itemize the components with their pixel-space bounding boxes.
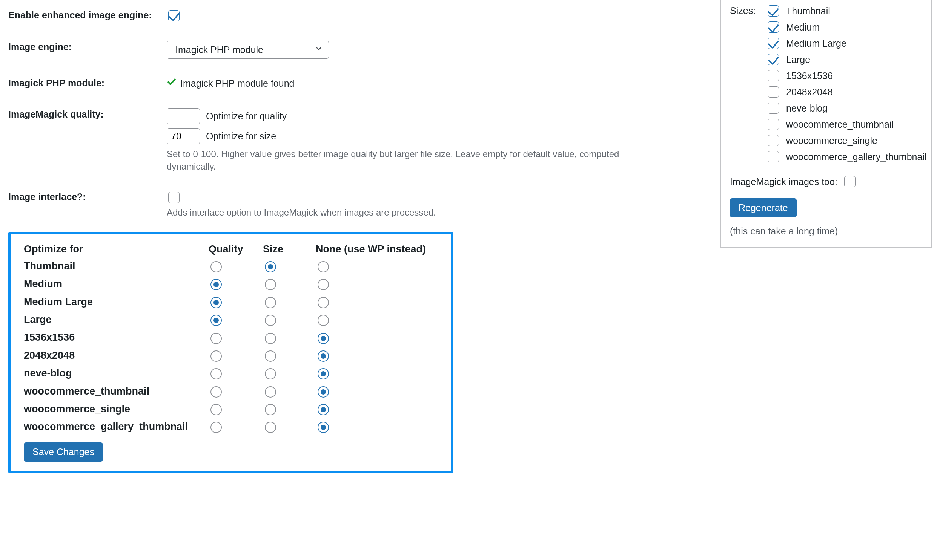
optimize-row: woocommerce_single: [24, 400, 426, 418]
optimize-row-label: Medium Large: [24, 293, 208, 311]
optimize-radio-size[interactable]: [265, 297, 276, 308]
optimize-radio-none[interactable]: [318, 404, 329, 415]
module-status-label: Imagick PHP module:: [8, 68, 167, 99]
sizes-label: Sizes:: [730, 4, 756, 16]
optimize-row-label: neve-blog: [24, 365, 208, 382]
optimize-for-panel: Optimize for Quality Size None (use WP i…: [8, 232, 454, 474]
optimize-radio-size[interactable]: [265, 386, 276, 398]
optimize-row: Thumbnail: [24, 257, 426, 275]
optimize-header-quality: Quality: [208, 241, 263, 257]
optimize-radio-quality[interactable]: [210, 261, 222, 272]
size-item-checkbox[interactable]: [768, 103, 779, 114]
optimize-radio-none[interactable]: [318, 386, 329, 398]
size-item-checkbox[interactable]: [768, 151, 779, 162]
interlace-checkbox[interactable]: [168, 192, 179, 203]
optimize-radio-none[interactable]: [318, 279, 329, 290]
optimize-header-none: None (use WP instead): [316, 241, 426, 257]
enable-engine-checkbox[interactable]: [168, 10, 179, 22]
size-item: 2048x2048: [766, 85, 926, 99]
size-item-label: neve-blog: [786, 103, 827, 114]
imagemagick-too-checkbox[interactable]: [844, 176, 855, 187]
save-changes-button[interactable]: Save Changes: [24, 442, 103, 462]
optimize-radio-size[interactable]: [265, 279, 276, 290]
size-item: 1536x1536: [766, 69, 926, 83]
optimize-radio-none[interactable]: [318, 422, 329, 433]
optimize-radio-quality[interactable]: [210, 297, 222, 308]
regenerate-sidebar: Sizes: ThumbnailMediumMedium LargeLarge1…: [721, 0, 932, 248]
optimize-header-opt: Optimize for: [24, 241, 208, 257]
size-item-label: Large: [786, 54, 810, 65]
interlace-help-text: Adds interlace option to ImageMagick whe…: [167, 206, 634, 218]
size-item-label: Medium: [786, 22, 820, 33]
optimize-row-label: woocommerce_single: [24, 400, 208, 418]
size-item: Medium: [766, 20, 926, 34]
size-item-label: woocommerce_thumbnail: [786, 119, 894, 130]
imagemagick-too-label: ImageMagick images too:: [730, 176, 837, 187]
optimize-row: Large: [24, 311, 426, 329]
optimize-row-label: woocommerce_thumbnail: [24, 382, 208, 400]
size-item-label: Thumbnail: [786, 6, 830, 17]
enable-engine-label: Enable enhanced image engine:: [8, 0, 167, 32]
image-engine-select[interactable]: Imagick PHP module: [167, 41, 329, 59]
optimize-row-label: Large: [24, 311, 208, 329]
size-item-label: woocommerce_gallery_thumbnail: [786, 151, 926, 162]
module-status-text: Imagick PHP module found: [180, 77, 294, 90]
size-item-checkbox[interactable]: [768, 38, 779, 49]
size-item-checkbox[interactable]: [768, 70, 779, 82]
quality-help-text: Set to 0-100. Higher value gives better …: [167, 148, 634, 172]
optimize-row: Medium Large: [24, 293, 426, 311]
optimize-radio-quality[interactable]: [210, 422, 222, 433]
quality-label: ImageMagick quality:: [8, 99, 167, 182]
regenerate-button[interactable]: Regenerate: [730, 198, 796, 217]
quality-optimize-quality-input[interactable]: [167, 108, 200, 125]
optimize-radio-size[interactable]: [265, 351, 276, 362]
optimize-row: 2048x2048: [24, 347, 426, 365]
size-item-label: 2048x2048: [786, 87, 833, 98]
quality-optimize-size-input[interactable]: [167, 128, 200, 144]
size-item-checkbox[interactable]: [768, 54, 779, 65]
size-item-checkbox[interactable]: [768, 135, 779, 146]
size-item: neve-blog: [766, 102, 926, 115]
quality-optimize-size-label: Optimize for size: [206, 130, 276, 143]
optimize-header-size: Size: [263, 241, 316, 257]
optimize-row-label: 2048x2048: [24, 347, 208, 365]
size-item-checkbox[interactable]: [768, 22, 779, 33]
optimize-radio-size[interactable]: [265, 315, 276, 326]
optimize-radio-quality[interactable]: [210, 315, 222, 326]
optimize-radio-quality[interactable]: [210, 386, 222, 398]
optimize-radio-quality[interactable]: [210, 351, 222, 362]
optimize-radio-size[interactable]: [265, 422, 276, 433]
size-item: Medium Large: [766, 37, 926, 50]
optimize-radio-quality[interactable]: [210, 279, 222, 290]
optimize-radio-quality[interactable]: [210, 404, 222, 415]
optimize-radio-size[interactable]: [265, 261, 276, 272]
size-item-label: Medium Large: [786, 38, 846, 49]
optimize-radio-size[interactable]: [265, 404, 276, 415]
optimize-radio-quality[interactable]: [210, 333, 222, 344]
optimize-radio-none[interactable]: [318, 261, 329, 272]
quality-optimize-quality-label: Optimize for quality: [206, 110, 287, 123]
size-item-label: 1536x1536: [786, 71, 833, 82]
optimize-radio-none[interactable]: [318, 368, 329, 380]
optimize-row-label: woocommerce_gallery_thumbnail: [24, 418, 208, 435]
optimize-radio-none[interactable]: [318, 297, 329, 308]
interlace-label: Image interlace?:: [8, 182, 167, 228]
optimize-radio-none[interactable]: [318, 351, 329, 362]
optimize-radio-size[interactable]: [265, 333, 276, 344]
image-engine-label: Image engine:: [8, 32, 167, 68]
optimize-radio-size[interactable]: [265, 368, 276, 380]
optimize-row: neve-blog: [24, 365, 426, 382]
size-item: woocommerce_thumbnail: [766, 118, 926, 131]
optimize-row-label: Thumbnail: [24, 257, 208, 275]
optimize-row-label: 1536x1536: [24, 329, 208, 346]
size-item-checkbox[interactable]: [768, 86, 779, 98]
size-item-checkbox[interactable]: [768, 5, 779, 17]
optimize-radio-none[interactable]: [318, 315, 329, 326]
optimize-row-label: Medium: [24, 275, 208, 293]
optimize-radio-none[interactable]: [318, 333, 329, 344]
size-item-checkbox[interactable]: [768, 119, 779, 130]
optimize-row: woocommerce_thumbnail: [24, 382, 426, 400]
size-item: Large: [766, 53, 926, 66]
optimize-row: Medium: [24, 275, 426, 293]
optimize-radio-quality[interactable]: [210, 368, 222, 380]
